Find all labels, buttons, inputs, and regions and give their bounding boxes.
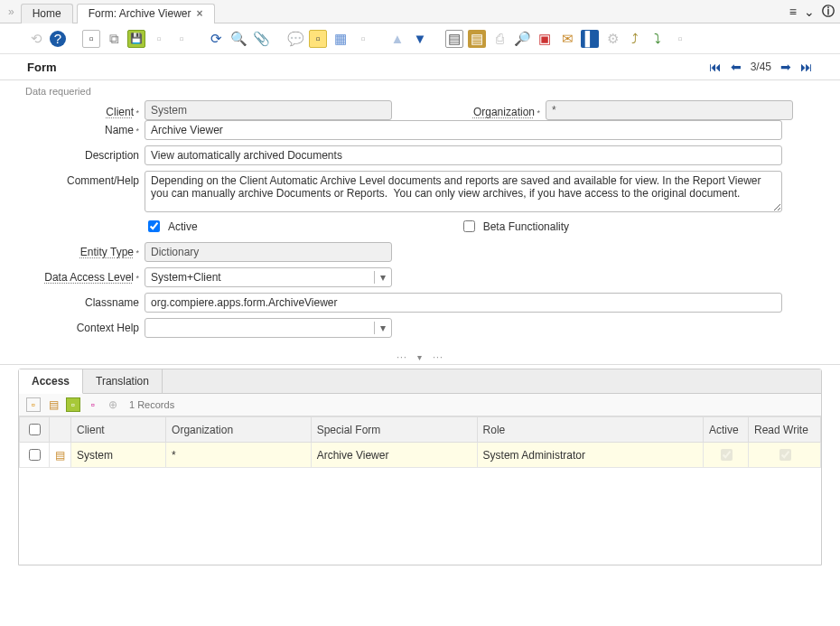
find-icon[interactable]: 🔍 bbox=[229, 30, 247, 48]
grid-toggle-icon[interactable]: ▦ bbox=[331, 30, 350, 48]
subtab-toolbar: ▫ ▤ ▫ ▫ ⊕ 1 Records bbox=[19, 394, 821, 416]
col-role[interactable]: Role bbox=[477, 417, 703, 443]
form-title: Form bbox=[27, 61, 57, 74]
sub-save-icon[interactable]: ▫ bbox=[66, 397, 80, 412]
classname-field[interactable] bbox=[145, 293, 782, 313]
description-label: Description bbox=[18, 145, 145, 162]
chevron-down-icon[interactable]: ▾ bbox=[374, 271, 386, 284]
help-icon[interactable]: ⓘ bbox=[822, 4, 835, 20]
comment-field[interactable]: Depending on the Client Automatic Archiv… bbox=[145, 171, 782, 212]
beta-checkbox[interactable] bbox=[463, 220, 475, 232]
splitter[interactable]: ··· ▾ ··· bbox=[0, 350, 840, 365]
cell-client: System bbox=[71, 443, 166, 468]
form-header: Form ⏮ ⬅ 3/45 ➡ ⏭ bbox=[0, 54, 840, 80]
tab-home[interactable]: Home bbox=[21, 4, 73, 23]
record-count: 1 Records bbox=[129, 399, 174, 410]
requests-icon[interactable]: ✉ bbox=[558, 30, 576, 48]
product-info-icon[interactable]: ▌ bbox=[581, 30, 599, 48]
col-form[interactable]: Special Form bbox=[311, 417, 477, 443]
context-help-field[interactable]: ▾ bbox=[145, 318, 392, 338]
attachment-icon[interactable]: 📎 bbox=[252, 30, 270, 48]
delete-record-icon[interactable]: ▫ bbox=[173, 30, 191, 48]
col-active[interactable]: Active bbox=[704, 417, 749, 443]
name-field[interactable] bbox=[145, 120, 782, 140]
table-row[interactable]: ▤ System * Archive Viewer System Adminis… bbox=[20, 443, 821, 468]
name-label: Name bbox=[18, 120, 145, 136]
subtab-container: Access Translation ▫ ▤ ▫ ▫ ⊕ 1 Records C… bbox=[18, 369, 822, 565]
sub-edit-icon[interactable]: ▤ bbox=[46, 397, 61, 412]
record-nav: ⏮ ⬅ 3/45 ➡ ⏭ bbox=[709, 60, 813, 74]
tab-current-label: Form: Archive Viewer bbox=[89, 7, 191, 20]
print-icon[interactable]: ⎙ bbox=[490, 30, 509, 48]
description-field[interactable] bbox=[145, 145, 782, 165]
more-icon[interactable]: ▫ bbox=[671, 30, 689, 48]
horizontal-scrollbar[interactable] bbox=[89, 552, 796, 563]
zoom-across-icon[interactable]: 🔎 bbox=[513, 30, 531, 48]
sub-plus-icon[interactable]: ⊕ bbox=[106, 397, 120, 412]
tab-current[interactable]: Form: Archive Viewer × bbox=[77, 4, 215, 23]
nav-first-icon[interactable]: ⏮ bbox=[709, 60, 722, 74]
help-toolbar-icon[interactable]: ? bbox=[50, 31, 66, 47]
grid-header-row: Client Organization Special Form Role Ac… bbox=[20, 417, 821, 443]
main-toolbar: ⟲ ? ▫ ⧉ 💾 ▫ ▫ ⟳ 🔍 📎 💬 ▫ ▦ ▫ ▲ ▼ ▤ ▤ ⎙ 🔎 … bbox=[0, 23, 840, 54]
tab-access[interactable]: Access bbox=[19, 369, 83, 394]
classname-label: Classname bbox=[18, 293, 145, 309]
new-record-icon[interactable]: ▫ bbox=[82, 30, 100, 48]
save-create-icon[interactable]: ▫ bbox=[150, 30, 168, 48]
col-org[interactable]: Organization bbox=[166, 417, 312, 443]
row-select-checkbox[interactable] bbox=[29, 449, 41, 461]
export-icon[interactable]: ⤴ bbox=[626, 30, 644, 48]
organization-field bbox=[546, 100, 793, 120]
data-access-level-label: Data Access Level bbox=[18, 267, 145, 284]
organization-label: Organization bbox=[446, 102, 546, 118]
import-icon[interactable]: ⤵ bbox=[649, 30, 667, 48]
note-icon[interactable]: ▫ bbox=[309, 30, 327, 48]
chat-icon[interactable]: 💬 bbox=[286, 30, 304, 48]
undo-change-icon[interactable]: ⟲ bbox=[27, 30, 45, 48]
tab-translation[interactable]: Translation bbox=[83, 369, 163, 393]
nav-next-icon[interactable]: ➡ bbox=[780, 60, 791, 74]
select-all-checkbox[interactable] bbox=[29, 424, 41, 435]
parent-up-icon[interactable]: ▲ bbox=[388, 30, 406, 48]
menu-icon[interactable]: ≡ bbox=[789, 5, 797, 19]
refresh-icon[interactable]: ⟳ bbox=[207, 30, 225, 48]
active-wf-icon[interactable]: ▣ bbox=[536, 30, 554, 48]
status-message: Data requeried bbox=[25, 86, 822, 97]
cell-org: * bbox=[166, 443, 312, 468]
cell-form: Archive Viewer bbox=[311, 443, 477, 468]
entity-type-field: Dictionary bbox=[145, 242, 392, 262]
edit-col-header bbox=[50, 417, 71, 443]
context-help-label: Context Help bbox=[18, 318, 145, 334]
comment-label: Comment/Help bbox=[18, 171, 145, 187]
active-checkbox[interactable] bbox=[148, 220, 160, 232]
nav-last-icon[interactable]: ⏭ bbox=[800, 60, 813, 74]
close-icon[interactable]: × bbox=[197, 7, 203, 20]
client-field bbox=[145, 100, 392, 120]
detail-down-icon[interactable]: ▼ bbox=[411, 30, 429, 48]
data-access-level-field[interactable]: System+Client ▾ bbox=[145, 267, 392, 287]
tab-home-label: Home bbox=[33, 7, 61, 20]
chevron-down-icon-2[interactable]: ▾ bbox=[374, 322, 386, 334]
access-grid: Client Organization Special Form Role Ac… bbox=[19, 416, 821, 552]
cell-active-checkbox bbox=[721, 449, 733, 461]
beta-label: Beta Functionality bbox=[483, 220, 569, 233]
col-client[interactable]: Client bbox=[71, 417, 166, 443]
form-body: Data requeried Client Organization Name … bbox=[0, 80, 840, 350]
cell-role: System Administrator bbox=[477, 443, 703, 468]
beta-checkbox-wrap[interactable]: Beta Functionality bbox=[460, 218, 569, 235]
archive-icon[interactable]: ▤ bbox=[468, 30, 486, 48]
collapse-icon[interactable]: ⌄ bbox=[804, 5, 815, 19]
expand-sidebar-icon[interactable]: » bbox=[5, 5, 17, 18]
cell-rw-checkbox bbox=[779, 449, 791, 461]
nav-prev-icon[interactable]: ⬅ bbox=[731, 60, 742, 74]
copy-record-icon[interactable]: ⧉ bbox=[105, 30, 123, 48]
gear-icon[interactable]: ⚙ bbox=[603, 30, 621, 48]
active-checkbox-wrap[interactable]: Active bbox=[145, 218, 198, 235]
report-icon[interactable]: ▤ bbox=[445, 30, 463, 48]
sub-new-icon[interactable]: ▫ bbox=[26, 397, 41, 412]
sub-delete-icon[interactable]: ▫ bbox=[86, 397, 100, 412]
row-edit-icon[interactable]: ▤ bbox=[55, 449, 65, 462]
col-rw[interactable]: Read Write bbox=[749, 417, 821, 443]
save-record-icon[interactable]: 💾 bbox=[127, 30, 145, 48]
entity-type-label: Entity Type bbox=[18, 242, 145, 258]
